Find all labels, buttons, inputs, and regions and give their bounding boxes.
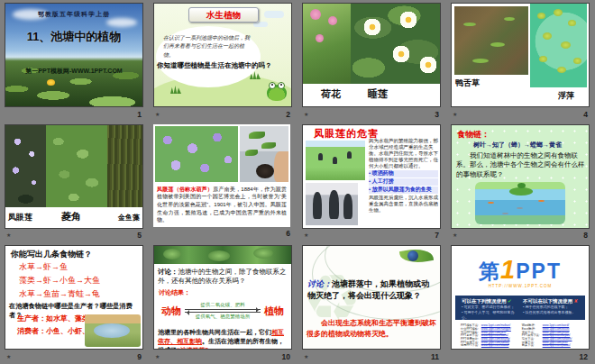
- transition-star-icon[interactable]: ★: [155, 354, 160, 359]
- slide-thumbnail-9[interactable]: 你能写出几条食物链？ 水草→虾→鱼 藻类→虾→小鱼→大鱼 水草→鱼苗→青蛙→龟 …: [5, 245, 143, 350]
- leaf-banner-photo: [154, 246, 291, 264]
- slide1-watermark: 第一PPT模板网-WWW.1PPT.COM: [5, 67, 142, 76]
- fish-shape: [517, 207, 523, 210]
- slide5-caption-strip: 凤眼莲 菱角 金鱼藻: [5, 207, 142, 228]
- transition-star-icon[interactable]: ★: [304, 354, 308, 359]
- slide-cell-8: 食物链： 树叶→知了（蝉）→螳螂→黄雀 我们知道树林中的生物之间有食物联系。那么…: [446, 122, 595, 243]
- fish-shape: [488, 202, 494, 205]
- transition-star-icon[interactable]: ★: [304, 112, 308, 117]
- slide9-foodchain-list: 水草→虾→鱼 藻类→虾→小鱼→大鱼 水草→鱼苗→青蛙→龟: [19, 260, 100, 301]
- transition-star-icon[interactable]: ★: [6, 232, 11, 238]
- hand-holding-plant-photo: [240, 126, 288, 182]
- slide-thumbnail-5[interactable]: 凤眼莲 菱角 金鱼藻: [5, 124, 143, 229]
- slide11-discussion-label: 讨论：: [307, 279, 332, 288]
- slide-thumbnail-11[interactable]: ♻ 讨论：池塘群落中，如果植物或动物灭绝了，将会出现什么现象？ 会出现生态系统和…: [302, 245, 441, 350]
- slide-number: 6: [286, 229, 290, 238]
- link-label: 教案下载:: [522, 344, 540, 348]
- link-url[interactable]: www.1ppt.com/xiazai/: [481, 344, 511, 348]
- slide-number: 2: [286, 110, 290, 119]
- yellow-flower-shape: [47, 79, 55, 86]
- slide11-answer-line1: 会出现生态系统和生态平衡遭到破坏: [307, 318, 438, 329]
- slide-thumbnail-1[interactable]: 鄂教版五年级科学上册 11、池塘中的植物 第一PPT模板网-WWW.1PPT.C…: [5, 3, 143, 107]
- slide3-caption-lotus: 荷花: [321, 87, 341, 101]
- slide-number: 1: [137, 110, 142, 119]
- slide-number: 4: [583, 110, 588, 119]
- cross-icon: ✘: [574, 298, 579, 304]
- pond-shape: [94, 323, 130, 338]
- slide7-bullet-2: 人工打捞: [369, 178, 438, 186]
- slide-thumbnail-8[interactable]: 食物链： 树叶→知了（蝉）→螳螂→黄雀 我们知道树林中的生物之间有食物联系。那么…: [451, 124, 590, 229]
- link-url[interactable]: www.1ppt.com/jiaoan/: [543, 344, 572, 348]
- link-label: 优秀PPT下载:: [461, 344, 479, 348]
- transition-star-icon[interactable]: ★: [453, 112, 457, 117]
- logo-char-ppt: PPT: [516, 259, 562, 284]
- slide10-discussion-label: 讨论：: [158, 268, 178, 276]
- slide-cell-1: 鄂教版五年级科学上册 11、池塘中的植物 第一PPT模板网-WWW.1PPT.C…: [0, 0, 149, 122]
- slide6-paragraph: 凤眼莲（俗称水葫芦）原产南美，1884年，作为观赏植物被带到美国的一个园艺博览会…: [157, 186, 287, 224]
- allowed-title: 可以在下列情况使用: [462, 298, 507, 304]
- license-allowed-column: 可以在下列情况使用 ✔ 可对文字、图片进行替换修改； 可用于个人学习、研究和日常…: [459, 297, 520, 318]
- arrow-right-icon: [185, 309, 261, 310]
- slide-thumbnail-3[interactable]: 荷花 睡莲: [302, 3, 441, 107]
- lily-pad-shape: [509, 187, 533, 196]
- slide2-bubble-text: 在认识了一系列池塘中的动物后，我们再来看看与它们生活在一起的植物。: [163, 34, 250, 59]
- slide-number: 9: [137, 352, 142, 361]
- fish-shape: [538, 200, 545, 203]
- slide-cell-12: 第 1 PPT HTTP://WWW.1PPT.COM 可以在下列情况使用 ✔ …: [446, 242, 595, 364]
- slide5-caption-right: 金鱼藻: [118, 213, 140, 223]
- frog-eye: [269, 82, 276, 89]
- slide2-question: 你知道哪些植物是生活在池塘中的吗？: [157, 61, 288, 70]
- transition-star-icon[interactable]: ★: [304, 232, 308, 238]
- transition-star-icon[interactable]: ★: [155, 112, 160, 117]
- foodchain-item: 藻类→虾→小鱼→大鱼: [19, 274, 100, 287]
- slide-number: 5: [137, 231, 142, 240]
- slide-thumbnail-6[interactable]: 凤眼莲（俗称水葫芦）原产南美，1884年，作为观赏植物被带到美国的一个园艺博览会…: [153, 124, 290, 227]
- slide9-question-1: 你能写出几条食物链？: [11, 249, 92, 260]
- diagram-node-animal: 动物: [161, 305, 181, 318]
- duckweed-photo: [530, 4, 587, 87]
- frog-icon: [267, 85, 287, 101]
- white-flower-shape: [390, 43, 412, 65]
- hyacinth-flowers-photo: [155, 126, 238, 182]
- slide1-title: 11、池塘中的植物: [5, 29, 142, 45]
- slide11-answer: 会出现生态系统和生态平衡遭到破坏 很多的植物或动物将灭绝。: [307, 318, 438, 340]
- slide8-foodchain-example: 树叶→知了（蝉）→螳螂→黄雀: [473, 141, 562, 150]
- slide-cell-3: 荷花 睡莲 ★ 3: [298, 0, 446, 122]
- animal-plant-diagram: 动物 提供二氧化碳、肥料 提供氧气、栖息繁殖场所 植物: [161, 296, 284, 325]
- lotus-photo: [303, 4, 351, 84]
- slide-number: 11: [431, 352, 439, 361]
- workers-photo: [306, 183, 358, 225]
- allowed-item: 可用于个人学习、研究和日常办公。: [462, 310, 517, 320]
- transition-star-icon[interactable]: ★: [453, 232, 457, 238]
- pond-photo-small: [85, 314, 141, 347]
- slide3-caption-waterlily: 睡莲: [368, 87, 388, 101]
- logo-url: HTTP://WWW.1PPT.COM: [452, 284, 589, 288]
- license-banner: 可以在下列情况使用 ✔ 可对文字、图片进行替换修改； 可用于个人学习、研究和日常…: [455, 296, 585, 320]
- transition-star-icon[interactable]: ★: [6, 354, 11, 359]
- slide-cell-9: 你能写出几条食物链？ 水草→虾→鱼 藻类→虾→小鱼→大鱼 水草→鱼苗→青蛙→龟 …: [0, 242, 149, 364]
- lily-pads-photo: [5, 57, 142, 106]
- slide-thumbnail-7[interactable]: 凤眼莲的危害 因为水葫芦的繁殖能力极强，部分水域已经造成严重的生态失衡。水葫芦挡…: [302, 124, 441, 229]
- slide-cell-6: 凤眼莲（俗称水葫芦）原产南美，1884年，作为观赏植物被带到美国的一个园艺博览会…: [149, 122, 298, 243]
- plant-roots-shape: [256, 164, 274, 178]
- license-forbidden-column: 不可以在以下情况使用 ✘ 用于任何形式的在线下载； 以任何形式传播或出售本模板。: [520, 297, 581, 318]
- slide-cell-10: 讨论：池塘中的生物之间，除了食物联系之外，还有其他的依存关系吗？ 讨论结果： 动…: [149, 242, 298, 364]
- water-chestnut-photo: [46, 125, 107, 207]
- para-text: 。: [208, 347, 215, 350]
- slide3-caption-strip: 荷花 睡莲: [303, 84, 440, 106]
- slide7-bullet-3: 放养以凤眼莲为食的鱼类: [369, 187, 438, 194]
- arrow-left-icon: [185, 312, 261, 313]
- logo-char-di: 第: [479, 258, 499, 286]
- slide-sorter-view: 鄂教版五年级科学上册 11、池塘中的植物 第一PPT模板网-WWW.1PPT.C…: [0, 0, 595, 364]
- slide-cell-2: 水生植物 在认识了一系列池塘中的动物后，我们再来看看与它们生活在一起的植物。 你…: [149, 0, 298, 122]
- footer-links-right: Word教程:www.1ppt.com/word/ Excel教程:www.1p…: [522, 324, 572, 348]
- water-lily-photo: [351, 4, 440, 84]
- diagram-node-plant: 植物: [264, 305, 284, 318]
- slide-thumbnail-10[interactable]: 讨论：池塘中的生物之间，除了食物联系之外，还有其他的依存关系吗？ 讨论结果： 动…: [153, 245, 292, 350]
- slide11-answer-line2: 很多的植物或动物将灭绝。: [307, 329, 438, 340]
- slide-thumbnail-12[interactable]: 第 1 PPT HTTP://WWW.1PPT.COM 可以在下列情况使用 ✔ …: [451, 245, 590, 350]
- slide-number: 12: [580, 352, 588, 361]
- slide-thumbnail-2[interactable]: 水生植物 在认识了一系列池塘中的动物后，我们再来看看与它们生活在一起的植物。 你…: [153, 3, 292, 107]
- slide-thumbnail-4[interactable]: 鸭舌草 浮萍: [451, 3, 590, 107]
- hand-shape: [274, 151, 288, 182]
